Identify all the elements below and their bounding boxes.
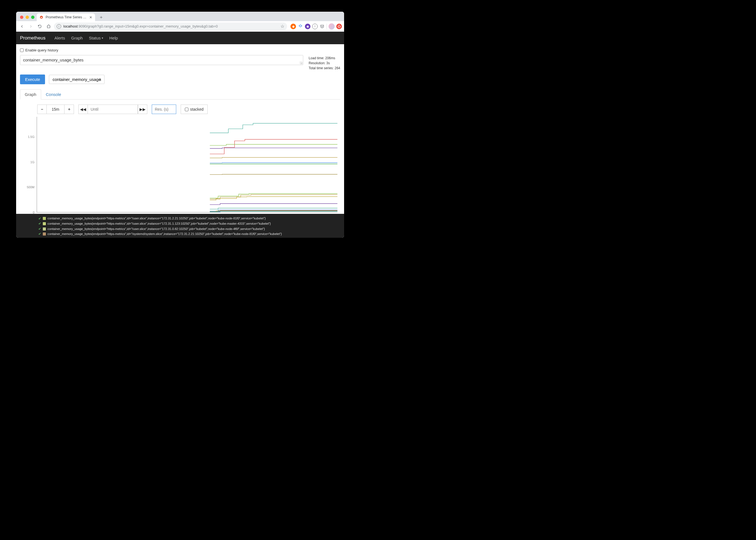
check-icon: ✔ [38, 231, 41, 237]
check-icon: ✔ [38, 226, 41, 232]
nav-alerts[interactable]: Alerts [54, 36, 65, 40]
close-window-button[interactable] [20, 16, 23, 19]
legend-label: container_memory_usage_bytes{endpoint="h… [48, 232, 282, 236]
site-info-icon[interactable]: i [57, 24, 61, 29]
range-increase-button[interactable]: ＋ [64, 104, 74, 114]
y-tick: 500M [27, 186, 35, 189]
plot-area[interactable] [37, 117, 337, 212]
execute-button[interactable]: Execute [20, 74, 45, 84]
app-brand[interactable]: Prometheus [20, 35, 46, 41]
range-decrease-button[interactable]: − [37, 104, 47, 114]
content: Enable query history container_memory_us… [16, 44, 344, 238]
series-line[interactable] [210, 203, 337, 204]
y-tick: 1.5G [28, 135, 35, 138]
extension-icon-5[interactable]: ⏻ [336, 24, 342, 29]
address-bar: i localhost:9090/graph?g0.range_input=15… [16, 21, 344, 32]
minimize-window-button[interactable] [26, 16, 29, 19]
bookmark-star-icon[interactable]: ☆ [280, 24, 284, 29]
app-navbar: Prometheus Alerts Graph Status▾ Help [16, 32, 344, 44]
check-icon: ✔ [38, 216, 41, 221]
result-tabs: Graph Console [20, 89, 340, 99]
maximize-window-button[interactable] [31, 16, 35, 19]
url-field[interactable]: i localhost:9090/graph?g0.range_input=15… [54, 23, 287, 30]
legend-item[interactable]: ✔ container_memory_usage_bytes{endpoint=… [16, 226, 344, 232]
stat-resolution: Resolution: 3s [309, 61, 340, 66]
extension-icon-1[interactable]: ◆ [290, 24, 296, 29]
chevron-down-icon: ▾ [102, 37, 103, 40]
legend-swatch [43, 232, 46, 235]
back-button[interactable] [18, 23, 26, 30]
legend-item[interactable]: ✔ container_memory_usage_bytes{endpoint=… [16, 221, 344, 226]
time-forward-button[interactable]: ▶▶ [138, 104, 147, 114]
graph-controls: − 15m ＋ ◀◀ ▶▶ stacked [37, 104, 340, 114]
url-text: localhost:9090/graph?g0.range_input=15m&… [63, 24, 218, 28]
series-line[interactable] [210, 148, 337, 149]
tab-strip: Prometheus Time Series Collec ✕ ＋ [16, 12, 344, 21]
legend-label: container_memory_usage_bytes{endpoint="h… [48, 227, 265, 231]
series-line[interactable] [210, 208, 337, 209]
reload-button[interactable] [36, 23, 43, 30]
series-line[interactable] [210, 157, 337, 158]
close-tab-icon[interactable]: ✕ [89, 15, 92, 20]
series-line[interactable] [210, 194, 337, 198]
legend: ✔ container_memory_usage_bytes{endpoint=… [16, 214, 344, 238]
tab-console[interactable]: Console [41, 89, 66, 99]
checkbox-icon[interactable] [20, 49, 24, 52]
new-tab-button[interactable]: ＋ [97, 13, 105, 21]
series-line[interactable] [210, 144, 337, 145]
query-history-toggle[interactable]: Enable query history [20, 47, 340, 55]
extension-icon-2[interactable] [298, 24, 303, 29]
legend-swatch [43, 217, 46, 220]
series-line[interactable] [210, 139, 337, 154]
series-line[interactable] [210, 174, 337, 175]
forward-button[interactable] [27, 23, 35, 30]
series-line[interactable] [210, 211, 337, 212]
series-line[interactable] [210, 163, 337, 163]
legend-swatch [43, 222, 46, 225]
browser-window: Prometheus Time Series Collec ✕ ＋ i loca… [16, 12, 344, 238]
y-tick: 1G [30, 161, 35, 164]
nav-help[interactable]: Help [109, 36, 118, 40]
series-line[interactable] [210, 123, 337, 133]
window-controls [19, 16, 37, 21]
nav-graph[interactable]: Graph [71, 36, 83, 40]
legend-swatch [43, 227, 46, 230]
y-axis: 0500M1G1.5G [23, 117, 36, 212]
query-input[interactable]: container_memory_usage_bytes [20, 55, 303, 65]
browser-tab[interactable]: Prometheus Time Series Collec ✕ [37, 13, 95, 21]
extension-icon-3[interactable]: ◉ [305, 24, 310, 29]
tab-graph[interactable]: Graph [20, 89, 41, 99]
pocket-icon[interactable] [319, 24, 325, 29]
stat-total-series: Total time series: 264 [309, 66, 340, 70]
stat-load-time: Load time: 206ms [309, 56, 340, 61]
checkbox-icon [185, 108, 188, 111]
select-caret-icon: ⇅ [99, 77, 101, 81]
legend-label: container_memory_usage_bytes{endpoint="h… [48, 216, 266, 221]
until-input[interactable] [88, 104, 138, 114]
prometheus-favicon-icon [40, 15, 43, 19]
tab-title: Prometheus Time Series Collec [46, 15, 87, 19]
stacked-toggle[interactable]: stacked [181, 104, 208, 114]
toolbar-extensions: ◆ ◉ i ⏻ [289, 23, 342, 30]
query-stats: Load time: 206ms Resolution: 3s Total ti… [309, 55, 340, 70]
nav-status[interactable]: Status▾ [89, 36, 103, 40]
legend-label: container_memory_usage_bytes{endpoint="h… [48, 221, 271, 226]
check-icon: ✔ [38, 221, 41, 226]
time-back-button[interactable]: ◀◀ [78, 104, 88, 114]
metric-select[interactable]: container_memory_usage ⇅ [49, 75, 104, 84]
query-history-label: Enable query history [25, 48, 58, 52]
profile-avatar[interactable] [329, 23, 335, 30]
chart: 0500M1G1.5G 55565758590123456789 [37, 117, 337, 219]
home-button[interactable] [45, 23, 52, 30]
extension-icon-4[interactable]: i [312, 24, 318, 29]
legend-item[interactable]: ✔ container_memory_usage_bytes{endpoint=… [16, 216, 344, 221]
resolution-input[interactable] [152, 104, 176, 114]
legend-item[interactable]: ✔ container_memory_usage_bytes{endpoint=… [16, 231, 344, 237]
prometheus-app: Prometheus Alerts Graph Status▾ Help Ena… [16, 32, 344, 238]
range-display[interactable]: 15m [47, 104, 64, 114]
